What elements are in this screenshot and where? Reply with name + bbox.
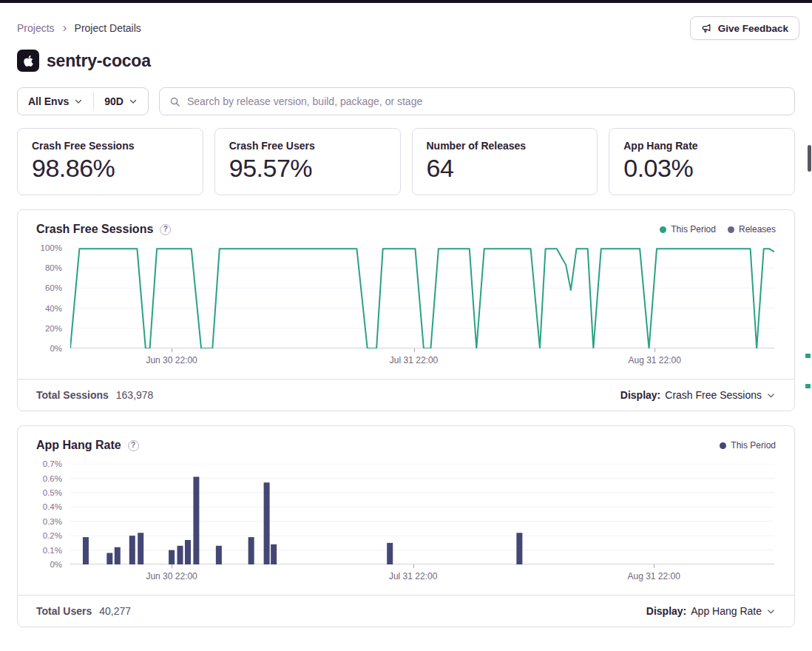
y-tick-label: 40%: [45, 304, 62, 313]
clipped-scrollbar-fragment[interactable]: [808, 145, 811, 172]
chevron-down-icon: [766, 607, 776, 616]
panel-title: Crash Free Sessions: [36, 223, 153, 236]
total-sessions-value: 163,978: [116, 389, 154, 401]
bar: [516, 533, 522, 564]
line-series-this-period: [70, 249, 774, 348]
apple-platform-icon: [17, 50, 39, 72]
stats-row: Crash Free Sessions98.86%Crash Free User…: [17, 128, 795, 195]
top-accent-bar: [0, 0, 812, 3]
help-icon[interactable]: ?: [128, 440, 139, 451]
y-tick-label: 0.2%: [43, 531, 62, 540]
x-tick-mark: [654, 564, 654, 568]
stat-card-crash-free-users: Crash Free Users95.57%: [214, 128, 401, 195]
bar: [83, 537, 89, 564]
legend-dot-icon: [728, 226, 734, 233]
display-value: Crash Free Sessions: [665, 389, 762, 401]
environment-filter-button[interactable]: All Envs: [18, 88, 93, 115]
clipped-chart-fragment: [805, 354, 811, 358]
y-tick-label: 0.7%: [43, 459, 62, 468]
stat-value: 95.57%: [229, 154, 386, 183]
bar: [106, 553, 112, 565]
search-icon: [169, 96, 180, 107]
clipped-chart-fragment: [805, 384, 811, 388]
y-tick-label: 20%: [45, 324, 62, 333]
app-hang-rate-chart[interactable]: [70, 464, 774, 564]
app-hang-rate-panel: App Hang Rate ? This Period 0.7%0.6%0.5%…: [17, 425, 795, 627]
legend-label: This Period: [671, 224, 716, 235]
stat-label: Crash Free Sessions: [32, 140, 189, 152]
legend-item-this-period[interactable]: This Period: [720, 440, 776, 451]
legend-label: This Period: [731, 440, 776, 451]
x-tick-mark: [654, 348, 655, 352]
crash-free-sessions-panel: Crash Free Sessions ? This PeriodRelease…: [17, 209, 795, 411]
stat-value: 0.03%: [623, 154, 780, 183]
x-tick-label: Jul 31 22:00: [390, 355, 438, 365]
filter-group: All Envs 90D: [17, 87, 149, 115]
x-tick-label: Jul 31 22:00: [389, 571, 437, 581]
legend-dot-icon: [720, 442, 726, 449]
display-label: Display:: [646, 605, 686, 617]
bar: [169, 550, 175, 564]
legend-item-this-period[interactable]: This Period: [660, 224, 716, 235]
stat-card-number-of-releases: Number of Releases64: [412, 128, 598, 195]
panel-title: App Hang Rate: [36, 439, 121, 452]
y-tick-label: 0%: [50, 560, 62, 569]
stat-value: 64: [427, 154, 583, 183]
bar: [193, 477, 199, 565]
chevron-down-icon: [766, 391, 776, 400]
help-icon[interactable]: ?: [160, 224, 171, 235]
stat-card-app-hang-rate: App Hang Rate0.03%: [609, 128, 795, 195]
chevron-down-icon: [74, 97, 83, 106]
project-details-page: Projects Project Details Give Feedback s…: [0, 16, 812, 627]
date-range-filter-label: 90D: [104, 95, 124, 107]
display-select[interactable]: Display: Crash Free Sessions: [620, 389, 776, 401]
legend-item-releases[interactable]: Releases: [728, 224, 776, 235]
chart-legend: This Period: [720, 440, 776, 451]
bar: [387, 543, 393, 564]
bar: [264, 482, 270, 564]
x-tick-mark: [414, 348, 415, 352]
x-axis-labels: Jun 30 22:00Jul 31 22:00Aug 31 22:00: [70, 348, 774, 371]
release-search-input[interactable]: [187, 95, 785, 107]
x-tick-mark: [413, 564, 414, 568]
breadcrumb-projects-link[interactable]: Projects: [17, 22, 55, 34]
chevron-right-icon: [61, 24, 69, 33]
y-axis-labels: 100%80%60%40%20%0%: [18, 248, 62, 348]
y-tick-label: 100%: [41, 243, 62, 252]
megaphone-icon: [701, 23, 712, 34]
display-value: App Hang Rate: [691, 605, 762, 617]
x-tick-label: Jun 30 22:00: [146, 355, 197, 365]
x-tick-mark: [172, 348, 172, 352]
page-title: sentry-cocoa: [47, 51, 151, 71]
date-range-filter-button[interactable]: 90D: [94, 88, 148, 115]
total-users-label: Total Users: [36, 605, 92, 617]
total-users-value: 40,277: [99, 605, 131, 617]
x-axis-labels: Jun 30 22:00Jul 31 22:00Aug 31 22:00: [70, 564, 774, 587]
bar: [115, 547, 121, 564]
y-tick-label: 0.4%: [43, 502, 62, 511]
stat-card-crash-free-sessions: Crash Free Sessions98.86%: [17, 128, 203, 195]
bar: [271, 544, 277, 564]
x-tick-label: Aug 31 22:00: [628, 355, 680, 365]
give-feedback-label: Give Feedback: [718, 23, 788, 34]
breadcrumb: Projects Project Details: [17, 22, 141, 34]
display-label: Display:: [620, 389, 660, 401]
y-tick-label: 0%: [50, 344, 62, 353]
bar: [177, 546, 183, 564]
crash-free-sessions-chart[interactable]: [70, 248, 774, 348]
breadcrumb-current: Project Details: [75, 22, 141, 34]
display-select[interactable]: Display: App Hang Rate: [646, 605, 776, 617]
release-search-box[interactable]: [159, 87, 795, 115]
chart-legend: This PeriodReleases: [660, 224, 776, 235]
y-tick-label: 60%: [45, 283, 62, 292]
environment-filter-label: All Envs: [28, 95, 69, 107]
bar: [138, 533, 143, 564]
stat-label: Crash Free Users: [229, 140, 386, 152]
chevron-down-icon: [129, 97, 138, 106]
stat-value: 98.86%: [32, 154, 189, 183]
legend-label: Releases: [739, 224, 776, 235]
bar: [248, 537, 254, 564]
y-tick-label: 80%: [45, 263, 62, 272]
give-feedback-button[interactable]: Give Feedback: [690, 16, 799, 40]
x-tick-mark: [172, 564, 172, 568]
